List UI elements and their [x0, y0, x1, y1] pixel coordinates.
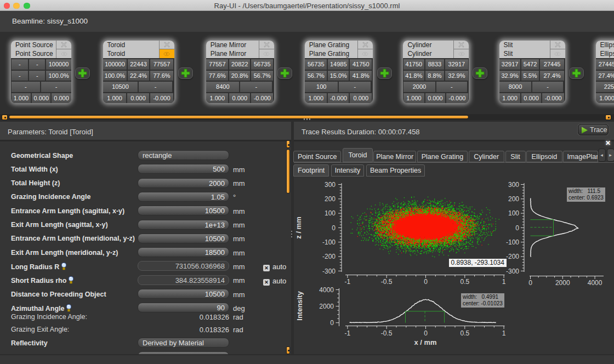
svg-text:1: 1 [502, 329, 506, 337]
svg-text:-300: -300 [322, 268, 336, 275]
svg-text:0: 0 [528, 279, 532, 287]
svg-text:200: 200 [325, 195, 336, 203]
svg-text:Intensity: Intensity [295, 291, 304, 321]
svg-text:-200: -200 [322, 253, 336, 260]
svg-text:4000: 4000 [319, 286, 334, 294]
svg-text:1: 1 [502, 278, 506, 286]
svg-text:-0.5: -0.5 [381, 278, 393, 286]
svg-text:300: 300 [325, 181, 336, 189]
svg-text:2000: 2000 [555, 279, 570, 287]
svg-text:0: 0 [424, 329, 428, 337]
svg-text:0: 0 [330, 319, 334, 327]
svg-text:z / mm: z / mm [294, 217, 303, 238]
svg-text:0: 0 [515, 224, 519, 232]
svg-text:-200: -200 [506, 253, 519, 260]
svg-text:4000: 4000 [588, 279, 602, 287]
svg-text:100: 100 [508, 209, 519, 217]
svg-text:300: 300 [508, 181, 519, 189]
svg-text:-300: -300 [506, 268, 519, 275]
svg-text:100: 100 [325, 209, 336, 217]
svg-text:0.5: 0.5 [460, 278, 469, 286]
svg-text:-1: -1 [345, 278, 351, 286]
svg-text:0: 0 [424, 278, 428, 286]
svg-text:0.5: 0.5 [460, 329, 469, 337]
svg-text:200: 200 [508, 195, 519, 203]
svg-text:-100: -100 [506, 238, 519, 246]
svg-text:x / mm: x / mm [414, 338, 436, 346]
svg-text:-1: -1 [345, 329, 351, 337]
svg-text:-0.5: -0.5 [381, 329, 393, 337]
svg-text:2000: 2000 [319, 303, 334, 310]
svg-text:-100: -100 [322, 238, 336, 246]
svg-text:0: 0 [332, 224, 336, 232]
